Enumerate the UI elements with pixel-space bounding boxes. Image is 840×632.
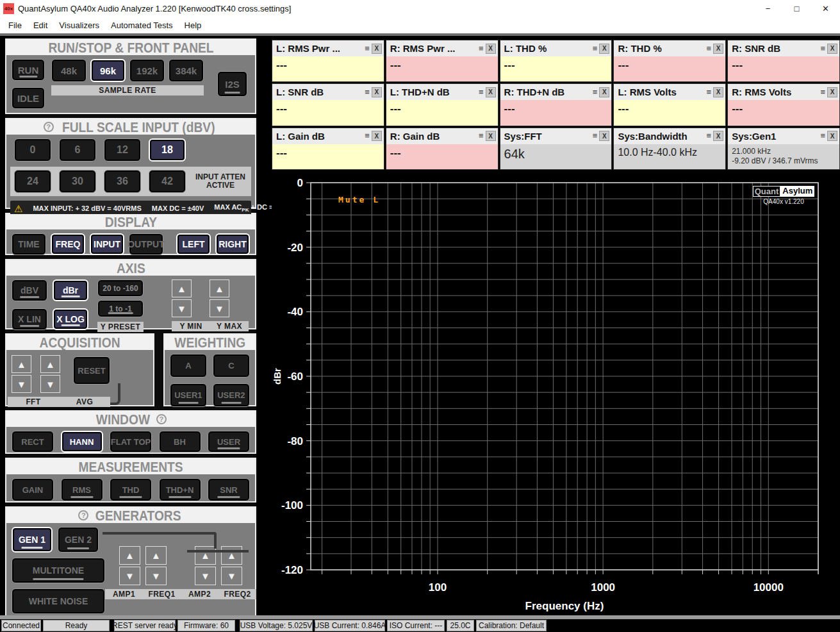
tile-menu-icon[interactable]: ≡ [707, 46, 712, 52]
tile-close-icon[interactable]: X [599, 87, 609, 97]
tile-menu-icon[interactable]: ≡ [820, 46, 825, 52]
minimize-button[interactable]: − [754, 0, 782, 17]
help-icon[interactable]: ? [78, 510, 88, 520]
button-freq[interactable]: FREQ [51, 233, 85, 255]
button-20-to-160[interactable]: 20 to -160 [97, 279, 144, 297]
tile-menu-icon[interactable]: ≡ [707, 89, 712, 96]
fft-up-button[interactable]: ▲ [12, 355, 31, 373]
tile-close-icon[interactable]: X [827, 44, 837, 54]
tile-menu-icon[interactable]: ≡ [593, 46, 598, 52]
tile-menu-icon[interactable]: ≡ [479, 46, 484, 52]
spectrum-chart[interactable]: 0-20-40-60-80-100-120100100010000dBrFreq… [272, 172, 840, 617]
menu-help[interactable]: Help [179, 18, 208, 33]
button-48k[interactable]: 48k [51, 59, 86, 82]
button-18[interactable]: 18 [149, 138, 186, 162]
fft-down-button[interactable]: ▼ [12, 375, 31, 393]
help-icon[interactable]: ? [44, 122, 54, 132]
freq2-up-button[interactable]: ▲ [221, 546, 242, 565]
button-30[interactable]: 30 [59, 170, 96, 193]
button-gain[interactable]: GAIN [12, 478, 54, 501]
tile-close-icon[interactable]: X [827, 87, 837, 97]
tile-close-icon[interactable]: X [486, 44, 496, 54]
button-96k[interactable]: 96k [90, 59, 126, 82]
tile-menu-icon[interactable]: ≡ [365, 133, 370, 139]
close-button[interactable]: ✕ [811, 0, 840, 17]
tile-close-icon[interactable]: X [486, 87, 496, 97]
button-snr[interactable]: SNR [208, 478, 250, 501]
button-12[interactable]: 12 [104, 138, 141, 162]
button-time[interactable]: TIME [12, 233, 46, 255]
tile-menu-icon[interactable]: ≡ [365, 46, 370, 52]
button-left[interactable]: LEFT [176, 233, 211, 255]
button-x-log[interactable]: X LOG [53, 308, 88, 330]
button-input[interactable]: INPUT [90, 233, 124, 255]
tile-close-icon[interactable]: X [713, 131, 723, 141]
tile-menu-icon[interactable]: ≡ [479, 89, 484, 96]
avg-down-button[interactable]: ▼ [40, 375, 60, 393]
button-dbr[interactable]: dBr [53, 279, 88, 301]
y-max-up-button[interactable]: ▲ [210, 279, 229, 297]
button-multitone[interactable]: MULTITONE [12, 558, 105, 583]
tile-menu-icon[interactable]: ≡ [707, 133, 712, 139]
button-hann[interactable]: HANN [61, 431, 103, 453]
button-dbv[interactable]: dBV [12, 279, 47, 301]
button-flat-top[interactable]: FLAT TOP [110, 431, 152, 453]
maximize-button[interactable]: □ [782, 0, 811, 17]
avg-up-button[interactable]: ▲ [40, 355, 60, 373]
tile-close-icon[interactable]: X [713, 87, 723, 97]
button-white-noise[interactable]: WHITE NOISE [12, 588, 105, 614]
button-rms[interactable]: RMS [61, 478, 103, 501]
tile-close-icon[interactable]: X [713, 44, 723, 54]
button-run[interactable]: RUN [12, 59, 45, 81]
button-right[interactable]: RIGHT [215, 233, 250, 255]
button-user2[interactable]: USER2 [213, 383, 250, 407]
button-i2s[interactable]: I2S [217, 71, 247, 97]
menu-visualizers[interactable]: Visualizers [53, 18, 105, 33]
button-384k[interactable]: 384k [169, 59, 204, 82]
tile-menu-icon[interactable]: ≡ [820, 89, 825, 96]
button-0[interactable]: 0 [14, 138, 51, 162]
menu-edit[interactable]: Edit [28, 18, 53, 33]
freq1-down-button[interactable]: ▼ [145, 567, 167, 585]
button-bh[interactable]: BH [159, 431, 201, 453]
button-36[interactable]: 36 [104, 170, 141, 193]
tile-menu-icon[interactable]: ≡ [593, 89, 598, 96]
tile-close-icon[interactable]: X [827, 131, 837, 141]
help-icon[interactable]: ? [156, 414, 167, 424]
menu-file[interactable]: File [3, 18, 28, 33]
tile-close-icon[interactable]: X [599, 131, 609, 141]
tile-menu-icon[interactable]: ≡ [820, 133, 825, 139]
tile-menu-icon[interactable]: ≡ [593, 133, 598, 139]
tile-close-icon[interactable]: X [486, 131, 496, 141]
button-thd-n[interactable]: THD+N [159, 478, 201, 501]
amp2-up-button[interactable]: ▲ [195, 546, 216, 565]
button-192k[interactable]: 192k [129, 59, 165, 82]
tile-close-icon[interactable]: X [599, 44, 609, 54]
freq2-down-button[interactable]: ▼ [221, 567, 242, 585]
button-1-to-1[interactable]: 1 to -1 [97, 300, 144, 317]
button-42[interactable]: 42 [149, 170, 186, 193]
button-24[interactable]: 24 [14, 170, 51, 193]
button-a[interactable]: A [170, 354, 207, 378]
reset-button[interactable]: RESET [73, 356, 110, 385]
button-x-lin[interactable]: X LIN [12, 308, 47, 330]
button-c[interactable]: C [213, 354, 250, 378]
button-output[interactable]: OUTPUT [129, 233, 163, 255]
amp2-down-button[interactable]: ▼ [195, 567, 216, 585]
button-rect[interactable]: RECT [12, 431, 54, 453]
button-thd[interactable]: THD [110, 478, 152, 501]
button-user[interactable]: USER [208, 431, 250, 453]
button-6[interactable]: 6 [59, 138, 96, 162]
button-user1[interactable]: USER1 [170, 383, 207, 407]
tile-close-icon[interactable]: X [372, 87, 382, 97]
freq1-up-button[interactable]: ▲ [145, 546, 167, 565]
button-gen-2[interactable]: GEN 2 [58, 527, 99, 553]
tile-close-icon[interactable]: X [372, 131, 382, 141]
tile-close-icon[interactable]: X [372, 44, 382, 54]
button-gen-1[interactable]: GEN 1 [12, 527, 53, 553]
y-max-down-button[interactable]: ▼ [210, 299, 229, 317]
menu-automated-tests[interactable]: Automated Tests [105, 18, 179, 33]
button-idle[interactable]: IDLE [12, 87, 45, 109]
y-min-down-button[interactable]: ▼ [172, 299, 192, 317]
amp1-up-button[interactable]: ▲ [119, 546, 140, 565]
